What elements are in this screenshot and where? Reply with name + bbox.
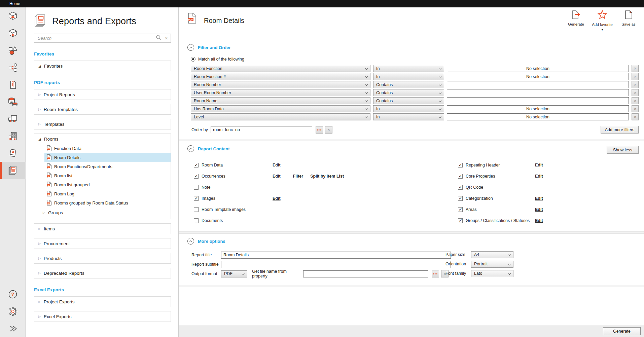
show-less-button[interactable]: Show less [607, 146, 639, 154]
filter-field-select[interactable]: Room Function [191, 65, 370, 72]
tree-group-favorites-header[interactable]: ◢ Favorites [34, 61, 171, 71]
orientation-select[interactable]: Portrait [471, 261, 513, 268]
filter-operator-select[interactable]: In [373, 73, 444, 80]
get-file-name-input[interactable] [303, 270, 428, 277]
expander-collapsed-icon[interactable]: ▷ [38, 257, 41, 260]
split-by-item-list-link[interactable]: Split by Item List [310, 174, 344, 179]
expander-expanded-icon[interactable]: ◢ [38, 137, 41, 141]
filter-link[interactable]: Filter [293, 174, 303, 179]
remove-filter-button[interactable]: × [632, 113, 639, 120]
tree-group-products-header[interactable]: ▷ Products [34, 253, 171, 263]
filter-operator-select[interactable]: In [373, 113, 444, 120]
collapse-section-button[interactable] [187, 44, 194, 51]
expander-collapsed-icon[interactable]: ▷ [38, 108, 41, 111]
rail-settings-button[interactable] [0, 303, 26, 320]
tree-group-project-exports-header[interactable]: ▷ Project Exports [34, 297, 171, 307]
tree-group-deprecated-reports-header[interactable]: ▷ Deprecated Reports [34, 268, 171, 278]
tree-group-room-templates-header[interactable]: ▷ Room Templates [34, 104, 171, 114]
rail-room-data-button[interactable] [0, 25, 26, 42]
filter-field-select[interactable]: Level [191, 113, 370, 120]
edit-link[interactable]: Edit [273, 174, 281, 179]
tree-group-procurement-header[interactable]: ▷ Procurement [34, 238, 171, 249]
filter-field-select[interactable]: Room Number [191, 81, 370, 88]
filter-operator-select[interactable]: Contains [373, 81, 444, 88]
paper-size-select[interactable]: A4 [471, 251, 513, 258]
add-more-filters-button[interactable]: Add more filters [601, 126, 639, 134]
rail-items-button[interactable] [0, 42, 26, 59]
filter-field-select[interactable]: User Room Number [191, 89, 370, 96]
search-icon[interactable] [156, 35, 162, 42]
remove-filter-button[interactable]: × [632, 81, 639, 88]
save-as-button[interactable]: Save as [618, 10, 639, 32]
core-properties-checkbox[interactable] [458, 174, 463, 179]
tree-item-room-details[interactable]: PDF Room Details [44, 153, 171, 162]
remove-filter-button[interactable]: × [632, 105, 639, 112]
rail-documents-button[interactable] [0, 76, 26, 93]
edit-link[interactable]: Edit [535, 207, 543, 212]
font-family-select[interactable]: Lato [471, 270, 513, 277]
occurrences-checkbox[interactable] [194, 174, 199, 179]
collapse-section-button[interactable] [187, 238, 194, 245]
images-checkbox[interactable] [194, 196, 199, 201]
filter-operator-select[interactable]: Contains [373, 89, 444, 96]
home-menu[interactable]: Home [9, 0, 20, 7]
tree-group-project-reports-header[interactable]: ▷ Project Reports [34, 89, 171, 100]
rail-building-button[interactable] [0, 127, 26, 145]
expander-collapsed-icon[interactable]: ▷ [38, 315, 41, 318]
expander-collapsed-icon[interactable]: ▷ [38, 93, 41, 96]
rail-rooms-button[interactable] [0, 7, 26, 25]
file-name-browse-button[interactable]: ••• [432, 270, 439, 277]
rail-systems-button[interactable] [0, 59, 26, 76]
documents-checkbox[interactable] [194, 218, 199, 223]
remove-filter-button[interactable]: × [632, 89, 639, 96]
tree-group-items-header[interactable]: ▷ Items [34, 224, 171, 234]
match-all-radio[interactable] [191, 57, 195, 62]
filter-value-box[interactable] [447, 97, 629, 104]
expander-collapsed-icon[interactable]: ▷ [38, 242, 41, 245]
remove-filter-button[interactable]: × [632, 97, 639, 104]
rail-expand-button[interactable] [0, 320, 26, 337]
remove-filter-button[interactable]: × [632, 65, 639, 72]
expander-expanded-icon[interactable]: ◢ [38, 64, 41, 68]
edit-link[interactable]: Edit [273, 163, 281, 167]
rail-procurement-button[interactable] [0, 110, 26, 127]
add-favorite-button[interactable]: Add favorite ▼ [592, 10, 613, 32]
tree-item-rooms-grouped-by-room-data-status[interactable]: PDF Rooms grouped by Room Data Status [44, 198, 171, 208]
tree-item-room-list-grouped[interactable]: PDF Room list grouped [44, 180, 171, 189]
tree-item-room-functions-departments[interactable]: PDF Room Functions/Departments [44, 162, 171, 171]
clear-search-icon[interactable]: × [165, 36, 168, 41]
order-by-clear-button[interactable]: × [325, 126, 332, 134]
filter-field-select[interactable]: Room Name [191, 97, 370, 104]
expander-collapsed-icon[interactable]: ▷ [43, 211, 45, 214]
report-title-input[interactable] [221, 252, 451, 259]
tree-group-excel-exports-header[interactable]: ▷ Excel Exports [34, 311, 171, 322]
edit-link[interactable]: Edit [535, 163, 543, 167]
tree-item-room-list[interactable]: PDF Room list [44, 171, 171, 180]
filter-value-box[interactable]: No selection [447, 113, 629, 120]
filter-value-box[interactable] [447, 81, 629, 88]
note-checkbox[interactable] [194, 185, 199, 190]
filter-field-select[interactable]: Has Room Data [191, 105, 370, 112]
areas-checkbox[interactable] [458, 207, 463, 212]
report-subtitle-input[interactable] [221, 261, 451, 268]
rail-reports-button[interactable] [0, 162, 26, 179]
filter-value-box[interactable]: No selection [447, 73, 629, 80]
rail-catalog-button[interactable] [0, 145, 26, 162]
tree-group-groups[interactable]: ▷ Groups [34, 208, 171, 218]
order-by-input[interactable] [211, 126, 312, 133]
tree-item-function-data[interactable]: PDF Function Data [44, 144, 171, 153]
generate-button[interactable]: Generate [565, 10, 587, 32]
categorization-checkbox[interactable] [458, 196, 463, 201]
tree-group-rooms-header[interactable]: ◢ Rooms [34, 134, 171, 144]
filter-value-box[interactable] [447, 89, 629, 96]
filter-operator-select[interactable]: In [373, 65, 444, 72]
order-by-browse-button[interactable]: ••• [316, 126, 323, 134]
groups-classifications-statuses-checkbox[interactable] [458, 218, 463, 223]
qr-code-checkbox[interactable] [458, 185, 463, 190]
room-data-checkbox[interactable] [194, 163, 199, 167]
rail-help-button[interactable]: ? [0, 286, 26, 303]
filter-operator-select[interactable]: Contains [373, 97, 444, 104]
collapse-section-button[interactable] [187, 145, 194, 152]
filter-field-select[interactable]: Room Function # [191, 73, 370, 80]
tree-group-templates-header[interactable]: ▷ Templates [34, 119, 171, 129]
